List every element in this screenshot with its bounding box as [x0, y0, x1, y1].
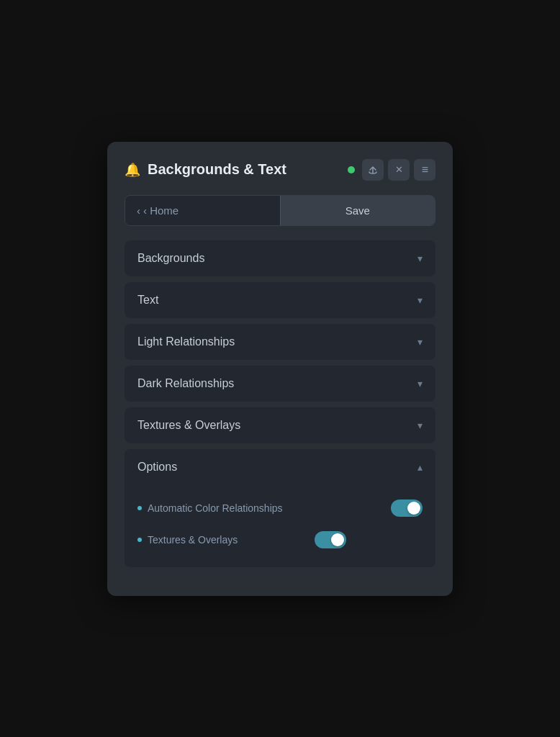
section-light-relationships-header[interactable]: Light Relationships ▾ [125, 324, 435, 360]
menu-button[interactable]: ≡ [414, 159, 435, 181]
section-dark-relationships-label: Dark Relationships [137, 377, 234, 390]
chevron-down-icon: ▾ [417, 378, 423, 389]
nav-bar: ‹ ‹ Home Save [125, 195, 435, 226]
section-text-label: Text [137, 294, 158, 307]
arrow-svg [408, 518, 435, 567]
options-content: Automatic Color Relationships Textures &… [125, 485, 435, 567]
auto-color-text: Automatic Color Relationships [148, 502, 283, 514]
chevron-left-icon: ‹ [137, 204, 140, 217]
close-button[interactable]: ✕ [388, 159, 410, 181]
toggle-track [315, 531, 346, 548]
section-dark-relationships-header[interactable]: Dark Relationships ▾ [125, 366, 435, 402]
auto-color-label: Automatic Color Relationships [137, 502, 283, 514]
section-options-header[interactable]: Options ▴ [125, 449, 435, 485]
section-dark-relationships: Dark Relationships ▾ [125, 366, 435, 402]
section-backgrounds: Backgrounds ▾ [125, 240, 435, 276]
chevron-up-icon: ▴ [417, 461, 423, 473]
share-button[interactable] [362, 159, 384, 181]
section-light-relationships-label: Light Relationships [137, 335, 235, 348]
textures-overlays-toggle[interactable] [315, 531, 346, 548]
home-button[interactable]: ‹ ‹ Home [125, 196, 280, 225]
save-button[interactable]: Save [280, 196, 435, 225]
panel-icon: 🔔 [125, 162, 140, 178]
bullet-icon [137, 506, 142, 510]
textures-overlays-label: Textures & Overlays [137, 534, 238, 546]
chevron-down-icon: ▾ [417, 294, 423, 306]
auto-color-toggle[interactable] [391, 499, 423, 517]
toggle-row-textures: Textures & Overlays [137, 524, 423, 556]
toggle-row-auto-color: Automatic Color Relationships [137, 492, 423, 524]
toggle-knob [331, 533, 344, 546]
toggle-track [391, 499, 423, 517]
section-backgrounds-label: Backgrounds [137, 252, 204, 265]
home-label: ‹ Home [143, 204, 179, 217]
header-buttons: ✕ ≡ [362, 159, 435, 181]
close-icon: ✕ [395, 164, 403, 175]
section-light-relationships: Light Relationships ▾ [125, 324, 435, 360]
chevron-down-icon: ▾ [417, 336, 423, 348]
toggle-knob [407, 502, 420, 515]
bullet-icon [137, 538, 142, 542]
textures-overlays-text: Textures & Overlays [148, 534, 238, 546]
menu-icon: ≡ [422, 163, 428, 176]
chevron-down-icon: ▾ [417, 420, 423, 431]
section-options-label: Options [137, 461, 177, 474]
save-label: Save [346, 204, 370, 217]
section-textures-overlays: Textures & Overlays ▾ [125, 407, 435, 443]
section-textures-overlays-header[interactable]: Textures & Overlays ▾ [125, 407, 435, 443]
section-backgrounds-header[interactable]: Backgrounds ▾ [125, 240, 435, 276]
section-textures-overlays-label: Textures & Overlays [137, 419, 240, 432]
panel-title: Backgrounds & Text [148, 161, 340, 178]
section-text: Text ▾ [125, 282, 435, 318]
section-text-header[interactable]: Text ▾ [125, 282, 435, 318]
status-dot [348, 166, 355, 173]
panel-header: 🔔 Backgrounds & Text ✕ ≡ [125, 159, 435, 181]
chevron-down-icon: ▾ [417, 253, 423, 264]
section-options: Options ▴ Automatic Color Relationships [125, 449, 435, 567]
main-panel: 🔔 Backgrounds & Text ✕ ≡ ‹ ‹ Home Save [107, 142, 453, 596]
